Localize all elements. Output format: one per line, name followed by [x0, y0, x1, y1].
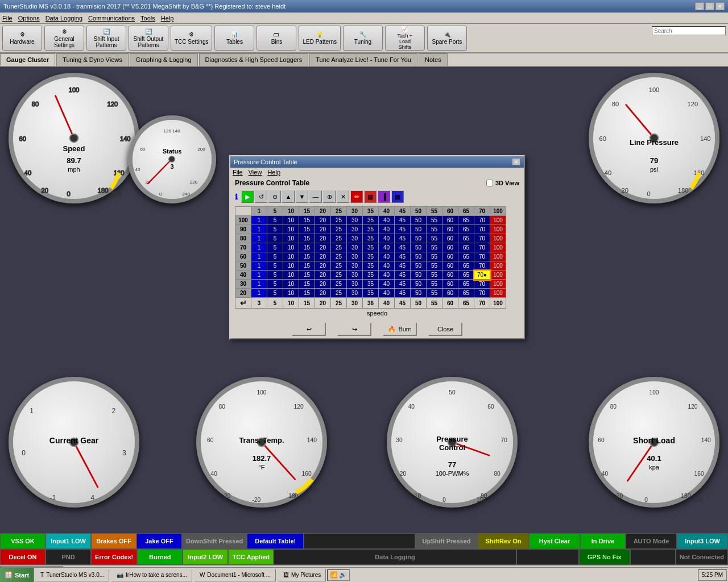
table-cell[interactable]: 50	[411, 271, 427, 280]
tab-tuning-dyno[interactable]: Tuning & Dyno Views	[56, 53, 129, 66]
table-cell[interactable]: 30	[347, 271, 363, 280]
pct-tool-table[interactable]: ▦	[364, 190, 377, 203]
pct-redo-button[interactable]: ↪	[337, 322, 371, 336]
table-cell[interactable]: 60	[442, 243, 458, 252]
close-button[interactable]: ✕	[715, 2, 725, 10]
start-button[interactable]: 🪟 Start	[0, 568, 34, 582]
table-cell[interactable]: 55	[427, 216, 442, 225]
table-cell[interactable]: 45	[395, 261, 411, 271]
table-cell[interactable]: 20	[315, 243, 331, 252]
table-cell[interactable]: 100	[490, 298, 506, 309]
table-cell[interactable]: 45	[395, 289, 411, 298]
table-cell[interactable]: 70	[474, 289, 490, 298]
table-cell[interactable]: 30	[347, 225, 363, 234]
table-cell[interactable]: 50	[411, 280, 427, 289]
table-cell[interactable]: 50	[411, 225, 427, 234]
table-cell[interactable]: 100	[490, 252, 506, 261]
table-cell[interactable]: 100	[490, 271, 506, 280]
pct-tool-down[interactable]: ▼	[296, 190, 308, 203]
tab-notes[interactable]: Notes	[419, 53, 448, 66]
table-cell[interactable]: 70	[474, 280, 490, 289]
pct-tool-pencil[interactable]: ✏	[350, 190, 363, 203]
menu-file[interactable]: File	[2, 15, 13, 22]
table-cell[interactable]: 30	[347, 252, 363, 261]
table-cell[interactable]: 1	[251, 261, 267, 271]
table-cell[interactable]: 50	[411, 298, 427, 309]
table-cell[interactable]: 40	[379, 216, 395, 225]
table-cell[interactable]: 5	[267, 234, 283, 243]
table-cell[interactable]: 20	[315, 225, 331, 234]
table-cell[interactable]: 45	[395, 280, 411, 289]
table-cell[interactable]: 5	[267, 225, 283, 234]
table-cell[interactable]: 55	[427, 298, 442, 309]
table-cell[interactable]: 60	[442, 225, 458, 234]
table-cell[interactable]: 20	[315, 252, 331, 261]
table-cell[interactable]: 30	[347, 261, 363, 271]
table-cell[interactable]: 70	[474, 298, 490, 309]
pct-3d-checkbox[interactable]	[486, 180, 493, 186]
table-cell[interactable]: 3	[251, 298, 267, 309]
table-cell[interactable]: 20	[315, 271, 331, 280]
table-cell[interactable]: 15	[299, 252, 315, 261]
table-cell[interactable]: 5	[267, 280, 283, 289]
table-cell[interactable]: 5	[267, 252, 283, 261]
table-cell[interactable]: 25	[331, 243, 347, 252]
table-cell[interactable]: 50	[411, 243, 427, 252]
tables-button[interactable]: 📊 Tables	[214, 26, 254, 51]
table-cell[interactable]: 35	[363, 216, 379, 225]
pct-tool-plus[interactable]: ⊕	[323, 190, 336, 203]
tach-load-button[interactable]: 📈 Tach +LoadShifts	[385, 26, 425, 51]
table-cell[interactable]: 15	[299, 261, 315, 271]
pct-undo-button[interactable]: ↩	[292, 322, 326, 336]
shift-input-button[interactable]: 🔄 Shift InputPatterns	[86, 26, 126, 51]
table-cell[interactable]: 15	[299, 271, 315, 280]
table-cell[interactable]: 35	[363, 271, 379, 280]
table-cell[interactable]: 10	[283, 298, 299, 309]
table-cell[interactable]: 5	[267, 271, 283, 280]
table-cell[interactable]: 55	[427, 280, 442, 289]
table-cell[interactable]: 50	[411, 252, 427, 261]
table-cell[interactable]: 20	[315, 234, 331, 243]
table-cell[interactable]: 5	[267, 289, 283, 298]
table-cell[interactable]: 25	[331, 298, 347, 309]
table-cell[interactable]: 1	[251, 252, 267, 261]
minimize-button[interactable]: _	[695, 2, 704, 10]
table-cell[interactable]: 100	[490, 234, 506, 243]
table-cell[interactable]: 30	[347, 289, 363, 298]
menu-datalogging[interactable]: Data Logging	[46, 15, 82, 22]
hardware-button[interactable]: ⚙ Hardware	[2, 26, 42, 51]
table-cell[interactable]: 45	[395, 243, 411, 252]
pct-close-button[interactable]: ✕	[512, 159, 520, 165]
table-cell[interactable]: 20	[315, 298, 331, 309]
table-cell[interactable]: 60	[442, 298, 458, 309]
table-cell[interactable]: 10	[283, 280, 299, 289]
table-cell[interactable]: 15	[299, 289, 315, 298]
tab-tune-analyze[interactable]: Tune Analyze Live! - Tune For You	[309, 53, 417, 66]
table-cell[interactable]: 70	[474, 234, 490, 243]
table-cell[interactable]: 15	[299, 280, 315, 289]
table-cell[interactable]: 10	[283, 261, 299, 271]
table-cell[interactable]: 30	[347, 298, 363, 309]
table-cell[interactable]: 20	[315, 261, 331, 271]
table-cell[interactable]: 40	[379, 252, 395, 261]
tcc-settings-button[interactable]: ⚙ TCC Settings	[171, 26, 212, 51]
table-cell[interactable]: 100	[490, 280, 506, 289]
table-cell[interactable]: 55	[427, 234, 442, 243]
pct-close-dialog-button[interactable]: Close	[428, 322, 462, 336]
table-cell[interactable]: 45	[395, 225, 411, 234]
table-cell[interactable]: 20	[315, 289, 331, 298]
table-cell[interactable]: 35	[363, 289, 379, 298]
table-cell[interactable]: 65	[458, 234, 474, 243]
table-cell[interactable]: 10	[283, 271, 299, 280]
table-cell[interactable]: 70	[474, 225, 490, 234]
table-cell[interactable]: 100	[490, 243, 506, 252]
taskbar-item-screenshot[interactable]: 📷 IrHow to take a screns...	[111, 569, 192, 581]
table-cell[interactable]: 25	[331, 252, 347, 261]
table-cell[interactable]: 55	[427, 271, 442, 280]
table-cell[interactable]: 10	[283, 252, 299, 261]
table-cell[interactable]: 1	[251, 234, 267, 243]
table-cell[interactable]: 15	[299, 225, 315, 234]
table-cell[interactable]: 1	[251, 289, 267, 298]
table-cell[interactable]: 50	[411, 234, 427, 243]
table-cell[interactable]: 70	[474, 261, 490, 271]
